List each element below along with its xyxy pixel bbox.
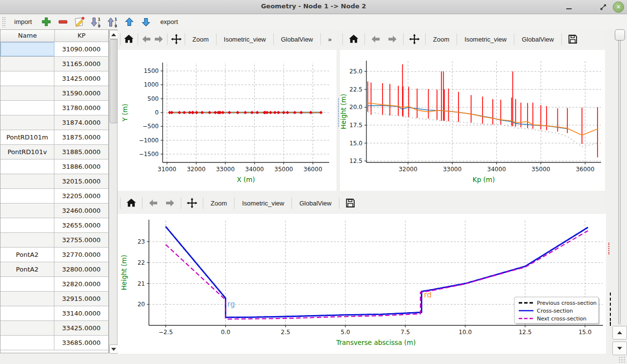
kp-cell[interactable]: 32205.0000 — [54, 189, 108, 203]
name-cell[interactable] — [0, 292, 54, 306]
name-cell[interactable] — [0, 101, 54, 115]
plan-view-figure[interactable]: 310003200033000340003500036000−1500−1000… — [118, 50, 337, 191]
name-cell[interactable]: PontA2 — [0, 248, 54, 262]
name-cell[interactable] — [0, 115, 54, 130]
globalview-button[interactable]: GlobalView — [294, 197, 337, 210]
back-button[interactable] — [145, 195, 162, 211]
kp-cell[interactable]: 32800.0000 — [54, 262, 108, 276]
name-cell[interactable] — [0, 189, 54, 203]
restore-button[interactable] — [598, 2, 608, 12]
save-button[interactable] — [564, 31, 581, 47]
column-header-name[interactable]: Name — [0, 30, 55, 42]
export-button[interactable]: export — [154, 16, 184, 28]
isometric-view-button[interactable]: Isometric_view — [237, 197, 289, 210]
name-cell[interactable]: PontRD101m — [0, 130, 54, 144]
kp-cell[interactable]: 31425.0000 — [54, 71, 108, 86]
zoom-button[interactable]: Zoom — [428, 33, 454, 46]
kp-cell[interactable]: 33140.0000 — [54, 306, 108, 320]
add-row-button[interactable] — [39, 15, 53, 29]
kp-cell[interactable]: 31165.0000 — [54, 57, 108, 71]
forward-button[interactable] — [152, 31, 165, 47]
svg-text:35000: 35000 — [531, 166, 550, 173]
pane-down-button[interactable] — [612, 341, 627, 355]
kp-cell[interactable]: 33685.0000 — [54, 336, 108, 350]
kp-cell[interactable]: 32460.0000 — [54, 204, 108, 218]
pan-button[interactable] — [184, 195, 200, 211]
home-button[interactable] — [123, 31, 135, 47]
pan-button[interactable] — [406, 31, 423, 47]
kp-cell[interactable]: 33425.0000 — [54, 321, 108, 335]
name-cell[interactable] — [0, 233, 54, 247]
pan-button[interactable] — [170, 31, 182, 47]
column-header-kp[interactable]: KP — [55, 30, 108, 42]
name-cell[interactable]: PontRD101v — [0, 145, 54, 159]
kp-cell[interactable]: 31590.0000 — [54, 86, 108, 100]
toolbar-drag-handle[interactable] — [2, 17, 5, 27]
cross-section-toolbar: ZoomIsometric_viewGlobalView — [118, 193, 605, 213]
kp-cell[interactable]: 31875.0000 — [54, 130, 108, 144]
move-down-button[interactable] — [139, 15, 153, 29]
home-button[interactable] — [345, 31, 362, 47]
kp-cell[interactable]: 32755.0000 — [54, 233, 108, 247]
name-cell[interactable] — [0, 42, 54, 56]
toolbar-separator — [234, 197, 235, 209]
remove-row-button[interactable] — [55, 15, 70, 29]
table-scroll-down-button[interactable] — [109, 344, 118, 354]
vertical-slider-track[interactable] — [618, 31, 621, 324]
toolbar-overflow-button[interactable]: » — [323, 33, 337, 46]
back-button[interactable] — [367, 31, 384, 47]
kp-cell[interactable]: 31874.0000 — [54, 115, 108, 130]
kp-cell[interactable]: 31885.0000 — [54, 145, 108, 159]
kp-cell[interactable]: 32655.0000 — [54, 218, 108, 232]
profile-view-figure[interactable]: 320003300034000350003600012.515.017.520.… — [340, 50, 605, 191]
import-button[interactable]: import — [8, 16, 38, 28]
window-title: Geometry - Node 1 -> Node 2 — [0, 2, 627, 10]
name-cell[interactable] — [0, 204, 54, 218]
zoom-button[interactable]: Zoom — [188, 33, 214, 46]
name-cell[interactable] — [0, 174, 54, 188]
home-button[interactable] — [123, 195, 140, 211]
name-cell[interactable] — [0, 86, 54, 100]
save-button[interactable] — [342, 195, 359, 211]
table-row: 32460.0000 — [0, 204, 108, 218]
name-cell[interactable] — [0, 218, 54, 232]
name-cell[interactable] — [0, 71, 54, 86]
forward-button[interactable] — [162, 195, 178, 211]
table-scroll-up-button[interactable] — [109, 30, 118, 39]
window-resize-grip[interactable] — [618, 356, 625, 363]
svg-text:rg: rg — [227, 300, 235, 309]
name-cell[interactable] — [0, 159, 54, 174]
pane-up-button[interactable] — [612, 326, 627, 340]
name-cell[interactable] — [0, 306, 54, 320]
name-cell[interactable] — [0, 336, 54, 350]
kp-cell[interactable]: 31090.0000 — [54, 42, 108, 56]
zoom-button[interactable]: Zoom — [206, 197, 232, 210]
back-button[interactable] — [140, 31, 152, 47]
cross-section-figure[interactable]: −2.50.02.55.07.510.012.515.020212223rgrd… — [118, 214, 606, 354]
sort-ascending-button[interactable]: 1 9 — [105, 15, 120, 29]
globalview-button[interactable]: GlobalView — [276, 33, 318, 46]
isometric-view-button[interactable]: Isometric_view — [459, 33, 511, 46]
titlebar[interactable]: Geometry - Node 1 -> Node 2 ✕ — [0, 0, 627, 14]
kp-cell[interactable]: 32770.0000 — [54, 248, 108, 262]
kp-cell[interactable]: 32915.0000 — [54, 292, 108, 306]
vertical-splitter[interactable] — [337, 29, 340, 191]
kp-cell[interactable]: 31886.0000 — [54, 159, 108, 174]
vertical-slider-handle[interactable] — [615, 29, 625, 41]
name-cell[interactable] — [0, 321, 54, 335]
name-cell[interactable] — [0, 277, 54, 291]
kp-cell[interactable]: 31780.0000 — [54, 101, 108, 115]
edit-button[interactable] — [72, 15, 87, 29]
move-up-button[interactable] — [122, 15, 137, 29]
minimize-button[interactable] — [563, 2, 574, 12]
globalview-button[interactable]: GlobalView — [517, 33, 559, 46]
kp-cell[interactable]: 32015.0000 — [54, 174, 108, 188]
name-cell[interactable]: PontA2 — [0, 262, 54, 276]
forward-button[interactable] — [384, 31, 401, 47]
table-scrollbar-thumb[interactable] — [110, 39, 118, 123]
isometric-view-button[interactable]: Isometric_view — [219, 33, 271, 46]
close-button[interactable]: ✕ — [613, 1, 624, 13]
kp-cell[interactable]: 32820.0000 — [54, 277, 108, 291]
name-cell[interactable] — [0, 57, 54, 71]
sort-descending-button[interactable]: 1 9 — [89, 15, 103, 29]
